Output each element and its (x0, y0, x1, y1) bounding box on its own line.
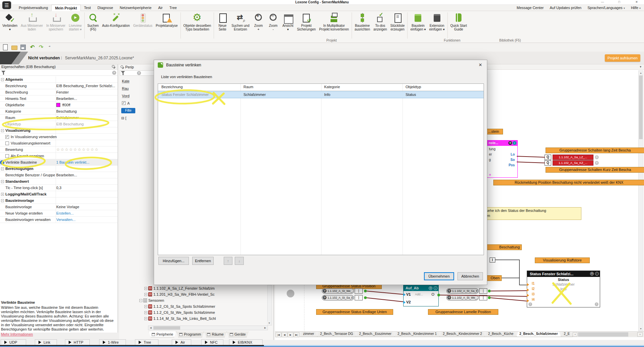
expand-icon[interactable] (1, 135, 4, 138)
expand-icon[interactable] (1, 212, 4, 215)
dock-tab-air[interactable]: Air (172, 339, 191, 345)
property-value[interactable]: ☆☆☆☆☆☆☆☆☆☆ (56, 147, 117, 152)
menu-right-item[interactable]: Message Center (516, 5, 545, 11)
collapse-icon[interactable]: ▾ (640, 65, 641, 68)
q-output-box[interactable]: Q (545, 160, 551, 166)
expand-icon[interactable]: + (1, 193, 4, 196)
property-row[interactable]: i − Bausteinvorlage (0, 197, 118, 204)
open-folder-icon[interactable] (11, 44, 17, 51)
tree-tab[interactable]: Peripherie (149, 332, 176, 337)
column-header-kategorie[interactable]: Kategorie (324, 85, 340, 89)
projekt-aufraeumen-button[interactable]: Projekt aufräumen (605, 54, 640, 62)
property-row[interactable]: i Kategorie Beschattung (0, 108, 118, 115)
knx-actuator-pill[interactable]: 1.1.102_A_Sa_LZ_... (553, 155, 593, 160)
property-row[interactable]: i In Visualisierung verwenden (0, 134, 118, 140)
scroll-down-icon[interactable]: ▼ (267, 321, 272, 325)
tree-item[interactable]: + 1.1.102_A_Sa_LZ_Fenster Schlafzim (139, 285, 260, 291)
checkbox[interactable] (5, 154, 9, 158)
ribbon-button[interactable]: In Multiplikator Projekt konvertieren (317, 12, 351, 32)
property-row[interactable]: i Beschreibung Fenster (0, 89, 118, 96)
ribbon-button[interactable]: Projektanalyse (154, 12, 180, 28)
ribbon-button[interactable]: To-dos anzeigen (372, 12, 389, 32)
knx-sensor-pill[interactable]: 1.1.102_A_St_We_... (446, 295, 479, 300)
pin-icon[interactable] (112, 65, 116, 69)
tree-tab[interactable]: Geräte (227, 332, 249, 337)
menu-tab[interactable]: Tree (166, 5, 180, 11)
plus-icon[interactable]: + (595, 155, 599, 159)
expand-icon[interactable] (1, 97, 4, 100)
ribbon-button[interactable]: Auto-Konfiguration (100, 12, 132, 28)
abbrechen-button[interactable]: Abbrechen (457, 272, 483, 280)
property-value[interactable]: Beschattung (56, 109, 117, 113)
property-value[interactable]: 0,3 (56, 186, 117, 190)
label-rueckmeldung[interactable]: Rückmeldung Position Beschattung nicht v… (493, 180, 644, 185)
scrollbar-track[interactable] (628, 332, 637, 337)
expand-icon[interactable]: + (144, 317, 147, 320)
column-header-bezeichnung[interactable]: Bezeichnung (161, 85, 183, 89)
scroll-right-icon[interactable]: ▶ (263, 326, 268, 330)
property-row[interactable]: i Hinweis-Text Bearbeiten... (0, 96, 118, 102)
sheet-tab[interactable]: zimmer (300, 332, 317, 337)
property-row[interactable]: i + Logging/Mail/Call/Track (0, 191, 118, 197)
tree-vertical-scrollbar[interactable]: ▼ (267, 285, 272, 326)
ribbon-button[interactable]: Extension einfügen ▾ (428, 12, 446, 32)
property-value[interactable]: Keine Vorlage (56, 205, 117, 209)
ribbon-button[interactable] (447, 12, 448, 39)
label-ga-schalten-lang[interactable]: Gruppenadresse Schalten lang Zeit Bescha (546, 148, 644, 153)
property-row[interactable]: i − Visualisierung (0, 127, 118, 134)
property-value[interactable]: EIB Beschattung (56, 122, 117, 126)
dock-tab-eibknx[interactable]: EIB/KNX (229, 339, 263, 345)
ribbon-button[interactable]: Aus Miniserver laden (19, 12, 45, 32)
tree-root-glyph[interactable]: ⊟ [ (121, 116, 126, 120)
new-file-icon[interactable] (2, 44, 9, 51)
scroll-down-icon[interactable]: ▼ (639, 327, 643, 331)
property-value[interactable]: Bearbeiten... (56, 97, 117, 101)
info-icon[interactable]: i (513, 141, 516, 145)
input-box[interactable]: I (490, 257, 495, 263)
dialog-titlebar[interactable]: Bausteine verlinken ✕ (154, 60, 487, 70)
minimize-button[interactable]: — (598, 0, 607, 4)
info-icon[interactable]: i (434, 286, 437, 290)
gear-icon[interactable]: ⚙ (429, 286, 432, 290)
table-row[interactable]: Status Fenster Schlafzimmer Schlafzimmer… (158, 91, 484, 98)
tree-item[interactable]: + 1.1.2_C6_St_Sa_Spots Schlafzimmer (139, 303, 260, 309)
ribbon-button[interactable]: Suchen und Ersetzen (230, 12, 251, 32)
knx-actuator-pill[interactable]: 1.1.102_A_Sa_KZ_... (553, 160, 593, 166)
sheet-tab[interactable]: 2_Besch._Schlafzimmer (516, 332, 561, 337)
label-ga-schalten-kurz[interactable]: Gruppenadresse Schalten Kurz Zeit Bescha (546, 167, 644, 173)
ribbon-button[interactable]: Bausteine ausrichten (353, 12, 372, 32)
expand-icon[interactable] (1, 174, 4, 177)
tree-item[interactable]: + 1.1.14_M_St_Sa_Hk_Links_Bett_Schl (139, 315, 260, 322)
input-connector[interactable] (403, 301, 406, 304)
sheet-nav-button[interactable]: ▶ (288, 332, 293, 337)
expand-icon[interactable] (1, 142, 4, 145)
sheet-tab[interactable]: 2_Besch._Kinderzimmer 1 (395, 332, 440, 337)
menu-tab[interactable]: Test (81, 5, 94, 11)
expand-icon[interactable]: + (144, 305, 147, 308)
sheet-tab[interactable]: 2_Besch._Esszimmer (356, 332, 395, 337)
plus-icon[interactable]: + (528, 302, 532, 306)
dock-tab-1wire[interactable]: 1-Wire (99, 339, 126, 345)
expand-icon[interactable] (1, 104, 4, 107)
expand-icon[interactable]: − (1, 167, 4, 170)
input-connector[interactable] (527, 283, 529, 286)
input-connector[interactable] (403, 293, 406, 296)
note-box[interactable]: t sehe ich den Status der Beschattung be… (479, 207, 581, 220)
knx-sensor-pill[interactable]: 1.1.102_A_St_Sa_E... (446, 288, 479, 294)
sheet-tab[interactable]: 2_Besch._Kinderzimmer 2 (440, 332, 485, 337)
plus-icon[interactable]: + (595, 302, 598, 306)
ribbon-button[interactable]: Projekt Sicherungen (295, 12, 317, 32)
close-icon[interactable]: ✕ (479, 62, 482, 67)
expand-icon[interactable]: − (139, 299, 142, 302)
expand-icon[interactable]: + (144, 287, 147, 290)
ribbon-button[interactable] (407, 12, 408, 39)
tree-item[interactable]: + 1.1.2_C6_St_We_Spots Schlafzimme (139, 309, 260, 315)
hamburger-icon[interactable]: ☰ (2, 1, 12, 10)
ribbon-button[interactable]: Verbinden ▾ (1, 12, 19, 32)
sheet-tab[interactable]: 2_Besch._Küche (485, 332, 516, 337)
scroll-left-icon[interactable]: ‹ (573, 332, 577, 337)
sheet-nav-button[interactable]: |◀ (276, 332, 281, 337)
status-fenster-block[interactable]: Status Fenster Schlafzi... ⚙ i Status Sc… (527, 271, 600, 307)
menu-right-item[interactable]: Hilfe ▾ (630, 5, 641, 11)
input-connector[interactable] (527, 294, 529, 297)
